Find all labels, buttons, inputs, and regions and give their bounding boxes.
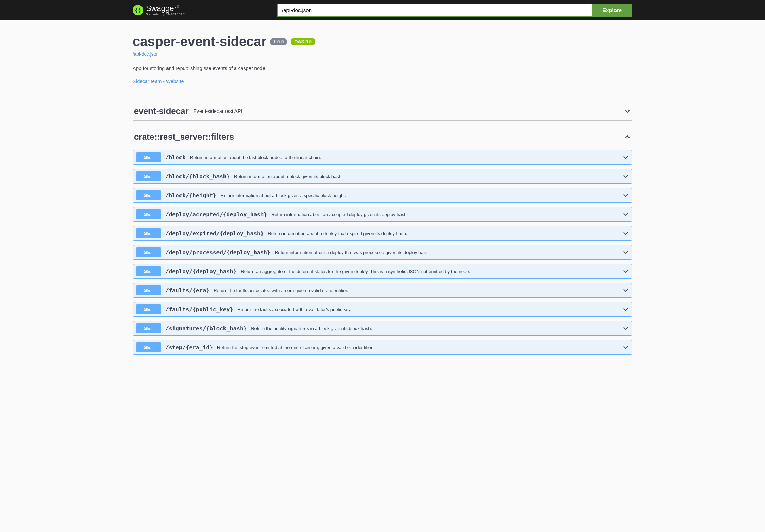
http-method-badge: GET (136, 190, 161, 200)
operation-summary[interactable]: GET/deploy/processed/{deploy_hash}Return… (133, 245, 632, 259)
chevron-down-icon (622, 287, 629, 294)
operation-description: Return the faults associated with an era… (214, 288, 348, 293)
operation-path: /block (165, 154, 186, 161)
http-method-badge: GET (136, 152, 161, 162)
operation-description: Return information about a block given i… (234, 174, 343, 179)
operation-summary[interactable]: GET/step/{era_id}Return the step event e… (133, 340, 632, 354)
operation-block: GET/signatures/{block_hash}Return the fi… (133, 321, 632, 336)
operation-block: GET/block/{height}Return information abo… (133, 188, 632, 203)
operation-path: /step/{era_id} (165, 344, 213, 351)
http-method-badge: GET (136, 304, 161, 314)
chevron-down-icon (622, 173, 629, 180)
operation-block: GET/deploy/expired/{deploy_hash}Return i… (133, 226, 632, 241)
operation-path: /deploy/expired/{deploy_hash} (165, 230, 264, 237)
api-description: App for storing and republishing sse eve… (133, 65, 632, 71)
operation-block: GET/blockReturn information about the la… (133, 150, 632, 165)
operation-path: /block/{height} (165, 192, 216, 199)
tag-name: event-sidecar (134, 106, 189, 116)
chevron-down-icon (622, 325, 629, 332)
operation-summary[interactable]: GET/faults/{era}Return the faults associ… (133, 283, 632, 297)
operation-summary[interactable]: GET/deploy/accepted/{deploy_hash}Return … (133, 207, 632, 221)
operation-description: Return the finality signatures in a bloc… (251, 326, 372, 331)
operation-block: GET/step/{era_id}Return the step event e… (133, 340, 632, 355)
chevron-down-icon (622, 211, 629, 218)
tag-name: crate::rest_server::filters (134, 132, 234, 142)
contact-link[interactable]: Sidecar team - Website (133, 78, 184, 84)
chevron-up-icon (624, 133, 631, 140)
operation-summary[interactable]: GET/faults/{public_key}Return the faults… (133, 302, 632, 316)
chevron-down-icon (622, 154, 629, 161)
api-title: casper-event-sidecar (133, 34, 266, 49)
http-method-badge: GET (136, 266, 161, 276)
api-info: casper-event-sidecar 1.0.0 OAS 3.0 /api-… (133, 20, 632, 95)
operation-summary[interactable]: GET/deploy/{deploy_hash}Return an aggreg… (133, 264, 632, 278)
operation-path: /deploy/{deploy_hash} (165, 268, 236, 275)
operation-summary[interactable]: GET/signatures/{block_hash}Return the fi… (133, 321, 632, 335)
logo-subtext: Supported by SMARTBEAR (146, 13, 185, 16)
chevron-down-icon (622, 192, 629, 199)
spec-url-form: Explore (277, 4, 632, 17)
http-method-badge: GET (136, 247, 161, 257)
version-badge: 1.0.0 (270, 38, 287, 45)
tag-header[interactable]: crate::rest_server::filters (133, 128, 632, 146)
topbar-inner: { } Swagger® Supported by SMARTBEAR Expl… (126, 4, 639, 17)
operation-block: GET/deploy/processed/{deploy_hash}Return… (133, 245, 632, 260)
tag-header[interactable]: event-sidecarEvent-sidecar rest API (133, 102, 632, 121)
operation-block: GET/block/{block_hash}Return information… (133, 169, 632, 184)
swagger-logo-icon: { } (133, 5, 143, 15)
operation-description: Return the faults associated with a vali… (238, 307, 352, 312)
operation-path: /deploy/processed/{deploy_hash} (165, 249, 271, 256)
operation-path: /faults/{public_key} (165, 306, 233, 313)
operation-summary[interactable]: GET/block/{height}Return information abo… (133, 188, 632, 202)
topbar: { } Swagger® Supported by SMARTBEAR Expl… (0, 0, 765, 20)
operation-description: Return an aggregate of the different sta… (241, 269, 470, 274)
operation-block: GET/deploy/accepted/{deploy_hash}Return … (133, 207, 632, 222)
operation-block: GET/deploy/{deploy_hash}Return an aggreg… (133, 264, 632, 279)
operation-path: /faults/{era} (165, 287, 209, 294)
operation-block: GET/faults/{era}Return the faults associ… (133, 283, 632, 298)
http-method-badge: GET (136, 171, 161, 181)
chevron-down-icon (622, 268, 629, 275)
http-method-badge: GET (136, 323, 161, 333)
chevron-down-icon (622, 230, 629, 237)
operation-description: Return information about an accepted dep… (271, 212, 408, 217)
operation-summary[interactable]: GET/block/{block_hash}Return information… (133, 169, 632, 183)
http-method-badge: GET (136, 209, 161, 219)
operation-block: GET/faults/{public_key}Return the faults… (133, 302, 632, 317)
operations-list: GET/blockReturn information about the la… (133, 146, 632, 355)
operation-description: Return information about the last block … (190, 155, 321, 160)
spec-url-link[interactable]: /api-doc.json (133, 51, 159, 57)
operation-path: /deploy/accepted/{deploy_hash} (165, 211, 267, 218)
tag-section: event-sidecarEvent-sidecar rest API (133, 102, 632, 121)
logo-text: Swagger® (146, 5, 185, 12)
operation-description: Return information about a deploy that e… (268, 231, 407, 236)
operation-summary[interactable]: GET/deploy/expired/{deploy_hash}Return i… (133, 226, 632, 240)
swagger-logo[interactable]: { } Swagger® Supported by SMARTBEAR (133, 5, 185, 16)
tag-description: Event-sidecar rest API (194, 108, 242, 114)
operation-path: /signatures/{block_hash} (165, 325, 247, 332)
operation-description: Return information about a deploy that w… (275, 250, 430, 255)
chevron-down-icon (622, 344, 629, 351)
oas-badge: OAS 3.0 (291, 38, 315, 45)
chevron-down-icon (622, 306, 629, 313)
http-method-badge: GET (136, 228, 161, 238)
operation-path: /block/{block_hash} (165, 173, 230, 180)
operation-summary[interactable]: GET/blockReturn information about the la… (133, 150, 632, 164)
tag-section: crate::rest_server::filtersGET/blockRetu… (133, 128, 632, 355)
operation-description: Return the step event emitted at the end… (217, 345, 373, 350)
spec-url-input[interactable] (277, 4, 592, 17)
explore-button[interactable]: Explore (592, 4, 632, 17)
chevron-down-icon (622, 249, 629, 256)
operation-description: Return information about a block given a… (221, 193, 346, 198)
http-method-badge: GET (136, 285, 161, 295)
http-method-badge: GET (136, 342, 161, 352)
chevron-down-icon (624, 108, 631, 115)
